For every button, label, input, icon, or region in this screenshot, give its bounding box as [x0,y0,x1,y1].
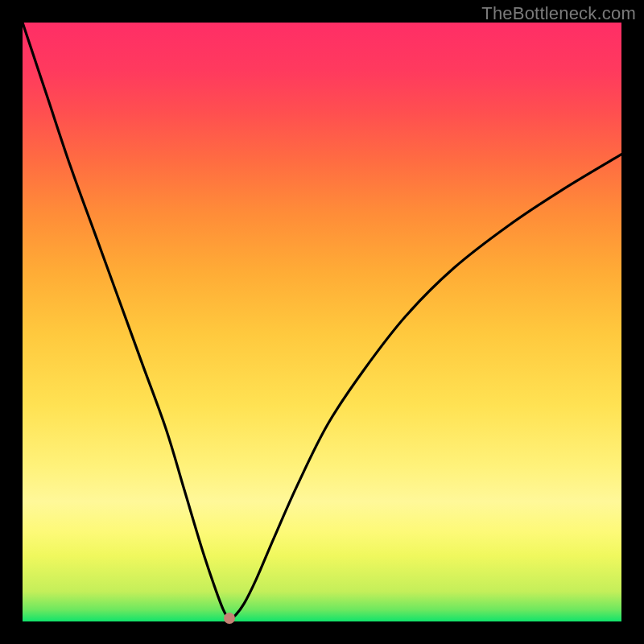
bottleneck-curve [23,23,621,621]
plot-area [23,23,621,621]
chart-frame: TheBottleneck.com [0,0,644,644]
curve-min-marker [224,613,235,624]
watermark-text: TheBottleneck.com [481,3,636,24]
